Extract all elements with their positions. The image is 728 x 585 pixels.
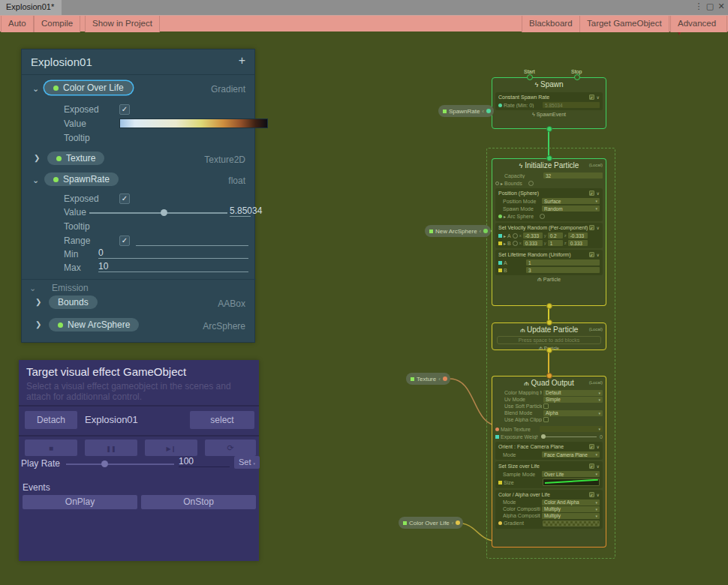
restart-button[interactable]: ⟳ xyxy=(205,440,256,456)
chevron-down-icon[interactable]: ⌄ xyxy=(32,84,39,94)
block-constant-spawn-rate[interactable]: Constant Spawn Rate ✓ ∨ Rate (Min: 0) 5.… xyxy=(495,92,603,110)
range-checkbox[interactable]: ✓ xyxy=(119,236,130,246)
stop-button[interactable]: ■ xyxy=(25,440,77,456)
output-port[interactable] xyxy=(486,109,491,113)
add-parameter-button[interactable]: + xyxy=(239,54,245,68)
min-field[interactable]: 0 xyxy=(98,248,248,259)
a-input-port[interactable] xyxy=(498,261,502,265)
a-input-port[interactable] xyxy=(498,234,502,238)
gradient-field[interactable] xyxy=(543,520,600,526)
play-rate-slider-handle[interactable] xyxy=(101,460,108,467)
random-mode-icon[interactable] xyxy=(540,214,545,219)
update-particle-context-node[interactable]: Ψ Update Particle (Local) Press space to… xyxy=(492,322,606,350)
collapse-icon[interactable]: ‹ xyxy=(482,108,484,115)
color-mapping-dropdown[interactable]: Default▾ xyxy=(543,390,603,396)
block-color-alpha-over-life[interactable]: Color / Alpha over Life ✓ ∨ Mode Color A… xyxy=(495,490,603,529)
block-enabled-checkbox[interactable]: ✓ xyxy=(589,252,594,257)
gradient-value-field[interactable] xyxy=(119,118,268,128)
value-slider-track[interactable] xyxy=(89,212,227,214)
position-mode-dropdown[interactable]: Surface▾ xyxy=(542,198,600,204)
chevron-right-icon[interactable]: ❯ xyxy=(34,154,40,162)
block-collapse-icon[interactable]: ∨ xyxy=(597,94,600,100)
use-alpha-clipping-checkbox[interactable] xyxy=(543,417,549,422)
graph-param-node-spawnrate[interactable]: SpawnRate ‹ xyxy=(438,105,494,117)
exposure-weight-slider[interactable] xyxy=(541,436,597,437)
output-port[interactable] xyxy=(456,520,460,525)
chevron-down-icon[interactable]: ⌄ xyxy=(29,284,36,293)
use-soft-particle-checkbox[interactable] xyxy=(543,404,549,409)
block-set-size-over-life[interactable]: Set Size over Life ✓ ∨ Sample Mode Over … xyxy=(495,461,603,488)
exposed-checkbox[interactable]: ✓ xyxy=(119,194,130,204)
value-slider-handle[interactable] xyxy=(161,209,167,216)
bounds-input-port[interactable] xyxy=(495,182,499,185)
b-z-field[interactable]: 0.333 xyxy=(568,240,588,246)
block-collapse-icon[interactable]: ∨ xyxy=(597,464,600,469)
initialize-particle-context-node[interactable]: ϟ Initialize Particle (Local) Capacity 3… xyxy=(492,158,606,306)
color-mode-dropdown[interactable]: Color And Alpha▾ xyxy=(542,500,600,506)
orient-mode-dropdown[interactable]: Face Camera Plane▾ xyxy=(542,452,600,458)
size-input-port[interactable] xyxy=(498,481,502,484)
collapse-icon[interactable]: ‹ xyxy=(452,520,454,526)
graph-param-node-new-arcsphere[interactable]: New ArcSphere ‹ xyxy=(425,225,491,237)
expand-icon[interactable]: ▸ xyxy=(501,181,503,186)
close-icon[interactable]: ✕ xyxy=(716,2,726,11)
sample-mode-dropdown[interactable]: Over Life▾ xyxy=(542,471,600,477)
show-in-project-button[interactable]: Show in Project xyxy=(85,16,160,32)
block-set-lifetime-random[interactable]: Set Lifetime Random (Uniform) ✓ ∨ A 1 B … xyxy=(495,250,603,275)
block-collapse-icon[interactable]: ∨ xyxy=(597,444,600,449)
expand-icon[interactable]: ▸ xyxy=(504,214,506,219)
particle-input-port[interactable] xyxy=(546,320,552,326)
set-dropdown-button[interactable]: Set ▾ xyxy=(234,456,260,469)
rate-field[interactable]: 5.85034 xyxy=(543,102,600,108)
particle-output-port[interactable] xyxy=(546,347,552,353)
step-button[interactable]: ▶❙ xyxy=(145,440,197,456)
blackboard-header[interactable]: Explosion01 + xyxy=(22,50,254,75)
param-pill-bounds[interactable]: Bounds xyxy=(49,296,98,309)
blackboard-toggle-button[interactable]: Blackboard xyxy=(522,16,580,32)
random-mode-icon[interactable] xyxy=(528,181,534,186)
capacity-field[interactable]: 32 xyxy=(543,172,603,178)
chevron-right-icon[interactable]: ❯ xyxy=(35,298,41,306)
exposure-weight-handle[interactable] xyxy=(541,434,546,439)
block-collapse-icon[interactable]: ∨ xyxy=(597,190,600,196)
play-rate-field[interactable]: 100 xyxy=(179,456,230,467)
auto-button[interactable]: Auto xyxy=(1,16,34,32)
exposure-weight-value[interactable]: 0 xyxy=(600,434,603,440)
detach-button[interactable]: Detach xyxy=(25,411,77,429)
exposure-weight-input-port[interactable] xyxy=(495,435,499,439)
lifetime-a-field[interactable]: 1 xyxy=(526,260,600,266)
onplay-button[interactable]: OnPlay xyxy=(23,495,137,509)
b-input-port[interactable] xyxy=(498,268,502,272)
stop-input-port[interactable] xyxy=(574,74,580,80)
b-input-port[interactable] xyxy=(498,242,502,245)
spawnevent-input-port[interactable] xyxy=(546,155,552,161)
target-gameobject-toggle-button[interactable]: Target GameObject xyxy=(579,16,669,32)
expand-icon[interactable]: ▸ xyxy=(504,241,506,246)
chevron-down-icon[interactable]: ⌄ xyxy=(32,176,39,185)
block-enabled-checkbox[interactable]: ✓ xyxy=(589,94,594,100)
spawn-context-node[interactable]: Start Stop ϟ Spawn Constant Spawn Rate ✓… xyxy=(492,77,606,129)
size-curve-field[interactable] xyxy=(543,478,600,486)
collapse-icon[interactable]: ‹ xyxy=(438,376,441,382)
pause-button[interactable]: ❚❚ xyxy=(85,440,137,456)
param-pill-spawnrate[interactable]: SpawnRate xyxy=(44,172,119,186)
spawnevent-output-port[interactable] xyxy=(546,126,552,132)
param-pill-texture[interactable]: Texture xyxy=(47,152,104,165)
b-y-field[interactable]: 1 xyxy=(548,240,563,246)
b-x-field[interactable]: 0.333 xyxy=(523,240,543,246)
alpha-composition-dropdown[interactable]: Multiply▾ xyxy=(542,513,600,519)
main-texture-field[interactable]: ▾ xyxy=(540,426,603,432)
add-blocks-placeholder[interactable]: Press space to add blocks xyxy=(497,336,601,344)
block-orient-face-camera[interactable]: Orient : Face Camera Plane ✓ ∨ Mode Face… xyxy=(495,442,603,460)
particle-input-port[interactable] xyxy=(546,373,552,379)
space-label[interactable]: (Local) xyxy=(589,380,603,385)
exposed-checkbox[interactable]: ✓ xyxy=(119,104,130,115)
block-collapse-icon[interactable]: ∨ xyxy=(597,225,600,230)
a-z-field[interactable]: -0.333 xyxy=(568,232,588,238)
kebab-menu-icon[interactable]: ⋮ xyxy=(693,2,704,11)
a-x-field[interactable]: -0.333 xyxy=(523,232,543,238)
block-enabled-checkbox[interactable]: ✓ xyxy=(589,464,594,469)
block-collapse-icon[interactable]: ∨ xyxy=(597,492,600,497)
color-composition-dropdown[interactable]: Multiply▾ xyxy=(542,506,600,512)
particle-output-port[interactable] xyxy=(546,303,552,309)
